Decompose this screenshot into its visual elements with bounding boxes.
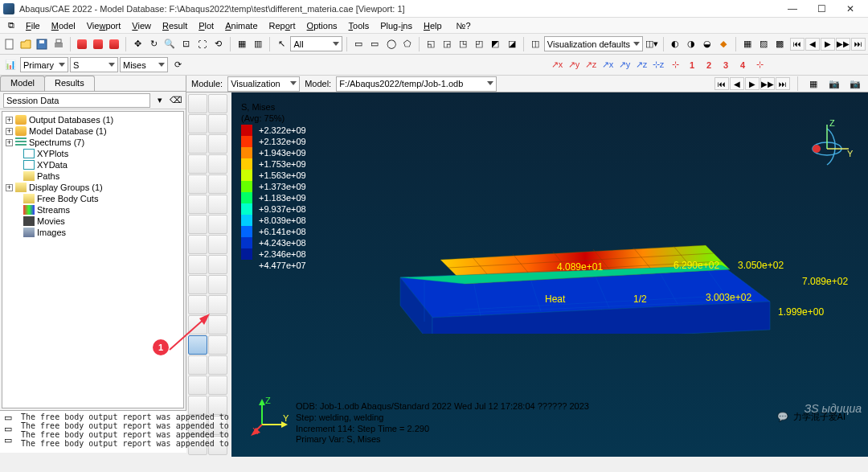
menu-viewport[interactable]: Viewport (82, 19, 126, 32)
iso3-icon[interactable]: ◳ (456, 36, 470, 52)
db1-icon[interactable] (75, 36, 89, 52)
vtool-19[interactable] (208, 275, 227, 294)
var2-select[interactable]: Mises (120, 57, 168, 72)
help-icon[interactable]: №? (452, 19, 476, 32)
tree-item[interactable]: Paths (2, 170, 183, 182)
close-button[interactable]: ✕ (836, 1, 865, 17)
vtool-0[interactable] (188, 94, 207, 113)
play-button[interactable]: ▶ (821, 38, 835, 51)
tree-item[interactable]: Movies (2, 215, 183, 227)
view-compass[interactable]: Z Y (799, 117, 855, 173)
open-icon[interactable] (18, 36, 33, 52)
vtool-12[interactable] (188, 215, 207, 234)
l2-icon[interactable]: ◑ (684, 36, 698, 52)
vtool-18[interactable] (188, 275, 207, 294)
vtool-5[interactable] (208, 134, 227, 154)
new-icon[interactable] (2, 36, 17, 52)
menu-model[interactable]: Model (47, 19, 80, 32)
var1-select[interactable]: S (70, 57, 118, 72)
minimize-button[interactable]: — (778, 1, 807, 17)
csn2[interactable]: 2 (701, 57, 717, 73)
cs5-icon[interactable]: ↗y (616, 57, 633, 73)
tab-model[interactable]: Model (0, 76, 45, 91)
csn1[interactable]: 1 (684, 57, 700, 73)
vtool-27[interactable] (208, 355, 227, 375)
primary-select[interactable]: Primary (20, 57, 68, 72)
tree-item[interactable]: Free Body Cuts (2, 193, 183, 204)
var-icon[interactable]: 📊 (2, 57, 18, 73)
camera1-icon[interactable]: 📷 (826, 76, 842, 92)
iso1-icon[interactable]: ◱ (424, 36, 438, 52)
cube-icon[interactable]: ◫ (528, 36, 542, 52)
vcr2-next[interactable]: ▶▶ (760, 77, 775, 90)
vtool-8[interactable] (188, 174, 207, 194)
vtool-16[interactable] (188, 255, 207, 274)
app-menu-icon[interactable]: ⧉ (3, 18, 19, 32)
tree-item[interactable]: +Display Groups (1) (2, 182, 183, 193)
box2-icon[interactable]: ▭ (367, 36, 382, 52)
pan-icon[interactable]: ✥ (130, 36, 145, 52)
cycle-icon[interactable]: ⟲ (211, 36, 226, 52)
tree-item[interactable]: Images (2, 227, 183, 238)
l6-icon[interactable]: ▨ (756, 36, 771, 52)
poly-icon[interactable]: ⬠ (400, 36, 415, 52)
prev-frame-button[interactable]: ◀ (805, 38, 820, 51)
vtool-1[interactable] (208, 94, 227, 113)
log-tab3-icon[interactable]: ▭ (2, 435, 14, 445)
rotate-icon[interactable]: ↻ (146, 36, 161, 52)
fit-icon[interactable]: ⛶ (195, 36, 210, 52)
print-icon[interactable] (51, 36, 66, 52)
zoom-icon[interactable]: 🔍 (162, 36, 177, 52)
session-clear-icon[interactable]: ⌫ (170, 94, 182, 107)
next-frame-button[interactable]: ▶▶ (836, 38, 850, 51)
menu-plot[interactable]: Plot (194, 19, 219, 32)
model-select[interactable]: F:/Abaqus2022/temp/Job-1.odb (336, 76, 497, 92)
cstriad2-icon[interactable]: ⊹ (751, 57, 768, 73)
vcr2-prev[interactable]: ◀ (730, 77, 744, 90)
vtool-9[interactable] (208, 174, 227, 194)
refresh-icon[interactable]: ⟳ (170, 57, 186, 73)
cs2-icon[interactable]: ↗y (566, 57, 582, 73)
snapshot-icon[interactable]: ▦ (805, 76, 821, 92)
lasso-icon[interactable]: ◯ (383, 36, 398, 52)
vtool-28[interactable] (188, 376, 207, 395)
menu-view[interactable]: View (127, 19, 156, 32)
grid1-icon[interactable]: ▦ (235, 36, 249, 52)
menu-tools[interactable]: Tools (344, 19, 375, 32)
vtool-21[interactable] (208, 295, 227, 314)
cs1-icon[interactable]: ↗x (549, 57, 565, 73)
zoom-box-icon[interactable]: ⊡ (179, 36, 194, 52)
vtool-7[interactable] (208, 154, 227, 174)
menu-result[interactable]: Result (158, 19, 192, 32)
log-tab2-icon[interactable]: ▭ (2, 424, 14, 433)
vtool-13[interactable] (208, 215, 227, 234)
iso6-icon[interactable]: ◪ (505, 36, 519, 52)
session-dropdown-icon[interactable]: ▾ (154, 94, 166, 107)
cube2-icon[interactable]: ◫▾ (645, 36, 659, 52)
iso4-icon[interactable]: ◰ (472, 36, 486, 52)
cs6-icon[interactable]: ↗z (633, 57, 649, 73)
menu-options[interactable]: Options (302, 19, 342, 32)
vtool-11[interactable] (208, 195, 227, 214)
vtool-6[interactable] (188, 154, 207, 174)
vtool-29[interactable] (208, 376, 227, 395)
selection-filter-select[interactable]: All (290, 36, 342, 51)
tree-item[interactable]: +Spectrums (7) (2, 137, 183, 148)
iso2-icon[interactable]: ◲ (440, 36, 454, 52)
db2-icon[interactable] (91, 36, 105, 52)
menu-file[interactable]: File (21, 19, 45, 32)
csn4[interactable]: 4 (735, 57, 751, 73)
tree-item[interactable]: XYData (2, 159, 183, 170)
l7-icon[interactable]: ▩ (772, 36, 787, 52)
save-icon[interactable] (35, 36, 49, 52)
tree-item[interactable]: +Output Databases (1) (2, 114, 183, 125)
vtool-15[interactable] (208, 235, 227, 254)
camera2-icon[interactable]: 📷 (847, 76, 863, 92)
vtool-3[interactable] (208, 114, 227, 133)
iso5-icon[interactable]: ◩ (488, 36, 502, 52)
cs7-icon[interactable]: ⊹z (650, 57, 666, 73)
vcr2-last[interactable]: ⏭ (776, 77, 790, 90)
l5-icon[interactable]: ▦ (739, 36, 754, 52)
maximize-button[interactable]: ☐ (807, 1, 836, 17)
cs3-icon[interactable]: ↗z (583, 57, 599, 73)
